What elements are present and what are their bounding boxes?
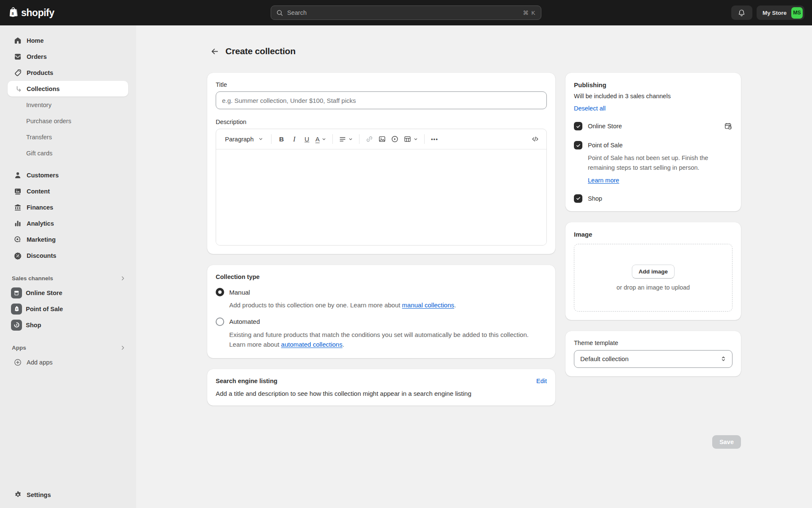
checkbox-checked-icon[interactable] [574,141,582,149]
radio-option-manual[interactable]: Manual [216,288,547,296]
sidebar-item-content[interactable]: Content [6,183,130,199]
radio-option-automated[interactable]: Automated [216,318,547,326]
underline-button[interactable]: U [301,133,313,146]
save-button[interactable]: Save [712,435,741,449]
manual-collections-link[interactable]: manual collections [402,301,454,309]
radio-selected-icon[interactable] [216,288,224,296]
text-color-dropdown[interactable]: A [313,133,329,146]
drop-hint: or drop an image to upload [617,284,690,291]
schedule-availability-icon[interactable] [724,122,732,130]
sidebar-item-discounts[interactable]: Discounts [6,248,130,263]
more-formatting-button[interactable]: ••• [428,133,441,146]
radio-unselected-icon[interactable] [216,318,224,326]
deselect-all-link[interactable]: Deselect all [574,105,606,112]
italic-button[interactable]: I [288,133,301,146]
search-placeholder: Search [287,9,519,16]
sidebar-item-analytics[interactable]: Analytics [6,215,130,231]
notifications-button[interactable] [731,6,752,20]
sidebar-section-apps[interactable]: Apps [6,345,130,351]
sidebar-item-products[interactable]: Products [6,65,130,80]
store-menu-button[interactable]: My Store MS [757,6,804,20]
toolbar-separator [332,134,333,144]
description-label: Description [216,119,547,125]
image-dropzone[interactable]: Add image or drop an image to upload [574,244,732,312]
insert-video-button[interactable] [389,133,401,146]
checkbox-checked-icon[interactable] [574,194,582,203]
svg-text:s: s [16,307,17,310]
sidebar-item-label: Point of Sale [26,306,63,312]
sidebar-item-label: Transfers [26,134,52,141]
sidebar-item-label: Home [27,37,44,44]
automated-collections-link[interactable]: automated collections [281,341,343,348]
insert-image-button[interactable] [376,133,389,146]
title-description-card: Title Description Paragraph B I U [207,73,555,254]
sidebar-item-inventory[interactable]: Inventory [6,97,130,113]
sidebar-item-label: Gift cards [26,150,52,157]
global-search-input[interactable]: Search ⌘ K [271,6,541,20]
shopify-logo[interactable]: s shopify [8,7,54,19]
sidebar-item-label: Settings [27,491,51,498]
title-label: Title [216,81,547,88]
rich-text-editor: Paragraph B I U A [216,129,547,246]
theme-template-select[interactable]: Default collection [574,350,732,368]
back-button[interactable] [207,44,222,58]
pos-setup-description: Point of Sale has not been set up. Finis… [588,153,727,173]
collection-title-input[interactable] [216,91,547,109]
plus-circle-icon [14,358,22,367]
chevron-right-icon [120,275,126,282]
collection-type-heading: Collection type [216,273,547,280]
nested-arrow-icon [14,85,23,93]
sidebar-item-home[interactable]: Home [6,33,130,48]
sidebar-item-online-store[interactable]: Online Store [6,285,130,301]
sidebar-item-marketing[interactable]: Marketing [6,232,130,247]
sidebar-item-transfers[interactable]: Transfers [6,129,130,145]
show-html-button[interactable] [529,133,541,146]
sidebar-item-gift-cards[interactable]: Gift cards [6,145,130,161]
automated-description: Existing and future products that match … [229,330,540,350]
checkbox-checked-icon[interactable] [574,122,582,130]
chevron-down-icon [258,136,263,142]
insert-table-dropdown[interactable] [401,133,420,146]
back-arrow-icon [210,47,219,56]
channel-label: Online Store [588,123,622,130]
add-image-button[interactable]: Add image [632,265,675,279]
sidebar-item-shop[interactable]: Shop [6,317,130,333]
seo-edit-link[interactable]: Edit [536,378,547,384]
alignment-dropdown[interactable] [337,133,355,146]
section-label: Apps [12,345,26,351]
sidebar-item-settings[interactable]: Settings [6,487,130,502]
topbar: s shopify Search ⌘ K My Store MS [0,0,812,25]
sidebar: Home Orders Products Collections Invento… [0,25,136,508]
sidebar-item-label: Finances [27,204,53,211]
sidebar-item-collections[interactable]: Collections [8,81,128,97]
collection-type-card: Collection type Manual Add products to t… [207,265,555,358]
sidebar-item-customers[interactable]: Customers [6,167,130,183]
sidebar-section-sales-channels[interactable]: Sales channels [6,275,130,282]
paragraph-style-dropdown[interactable]: Paragraph [221,133,267,146]
insert-link-button[interactable] [363,133,376,146]
sidebar-item-label: Content [27,188,50,195]
store-name: My Store [763,10,787,16]
paragraph-label: Paragraph [225,136,254,143]
learn-more-link[interactable]: Learn more [588,177,619,184]
chevron-down-icon [413,137,418,142]
sidebar-item-point-of-sale[interactable]: s Point of Sale [6,301,130,317]
bold-button[interactable]: B [275,133,288,146]
finances-bank-icon [14,203,22,212]
sidebar-item-add-apps[interactable]: Add apps [6,354,130,370]
shopify-bag-icon: s [8,7,18,19]
sidebar-item-orders[interactable]: Orders [6,49,130,64]
toolbar-separator [359,134,359,144]
home-icon [14,36,22,45]
manual-description: Add products to this collection one by o… [229,300,540,310]
description-editor-area[interactable] [216,149,546,245]
sidebar-item-label: Collections [27,86,60,92]
customers-icon [14,171,22,179]
selected-option: Default collection [580,355,628,362]
sidebar-item-finances[interactable]: Finances [6,199,130,215]
sidebar-item-purchase-orders[interactable]: Purchase orders [6,113,130,129]
publishing-subtitle: Will be included in 3 sales channels [574,93,732,99]
shopify-wordmark: shopify [21,7,54,19]
sidebar-item-label: Shop [26,322,41,329]
radio-label: Manual [229,289,250,296]
